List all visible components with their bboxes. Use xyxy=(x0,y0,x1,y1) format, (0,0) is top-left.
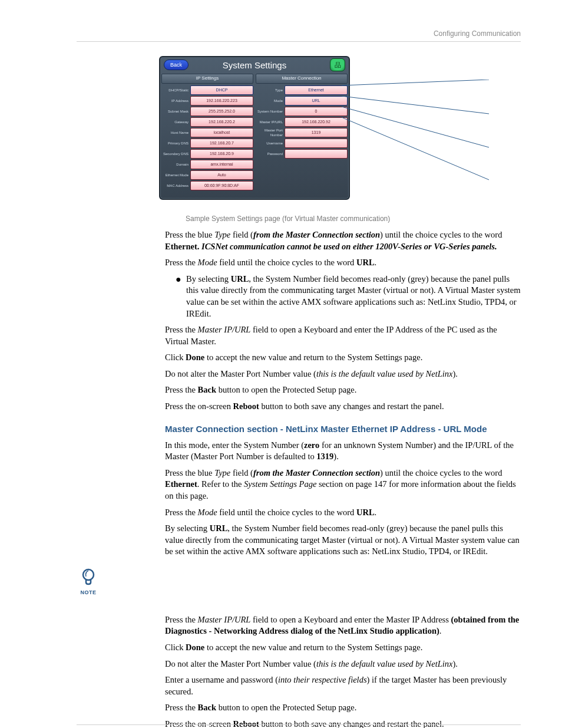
para-reboot: Press the on-screen Reboot button to bot… xyxy=(165,401,521,413)
ip-row-value[interactable]: amx.internal xyxy=(190,160,253,169)
para-type-ethernet: Press the blue Type field (from the Mast… xyxy=(165,229,521,252)
master-connection-header: Master Connection xyxy=(256,74,348,84)
ip-row: Host Namelocalhost xyxy=(161,128,253,137)
ip-row-label: Subnet Mask xyxy=(161,109,190,114)
para-mode-intro: In this mode, enter the System Number (z… xyxy=(165,440,521,463)
mc-row-value[interactable]: 0 xyxy=(285,107,348,116)
mc-row-label: Mode xyxy=(256,98,285,103)
ip-row-label: MAC Address xyxy=(161,183,190,188)
ip-row-value[interactable]: 192.168.20.9 xyxy=(190,149,253,159)
ip-row-label: DHCP/Static xyxy=(161,88,190,93)
svg-line-0 xyxy=(342,80,489,85)
note-icon: NOTE xyxy=(77,568,100,595)
ip-row-value[interactable]: 192.168.220.223 xyxy=(190,96,253,106)
mc-row-label: Type xyxy=(256,88,285,93)
header-rule xyxy=(77,41,521,42)
mc-row: TypeEthernet xyxy=(256,85,348,95)
network-icon[interactable]: 品 xyxy=(330,58,345,71)
mc-row-label: Master Port Number xyxy=(256,128,285,137)
svg-line-1 xyxy=(342,96,489,114)
para-port: Do not alter the Master Port Number valu… xyxy=(165,368,521,380)
svg-line-2 xyxy=(342,107,489,147)
ip-row-value[interactable]: localhost xyxy=(190,128,253,137)
para-back-2: Press the Back button to open the Protec… xyxy=(165,702,521,714)
para-credentials: Enter a username and password (into thei… xyxy=(165,674,521,697)
system-settings-panel: Back System Settings 品 IP Settings DHCP/… xyxy=(159,56,350,200)
ip-row: MAC Address00:60:9F:90:8D:AF xyxy=(161,181,253,190)
ip-row: Domainamx.internal xyxy=(161,160,253,169)
ip-row-label: Domain xyxy=(161,162,190,167)
ip-row-value[interactable]: DHCP xyxy=(190,85,253,95)
ip-row-value[interactable]: Auto xyxy=(190,170,253,180)
running-header: Configuring Communication xyxy=(77,29,521,38)
ip-row: Primary DNS192.168.20.7 xyxy=(161,139,253,148)
panel-title: System Settings xyxy=(160,60,349,71)
ip-row-label: IP Address xyxy=(161,98,190,103)
mc-row: ModeURL xyxy=(256,96,348,106)
mc-row-label: Password xyxy=(256,151,285,156)
ip-row-value[interactable]: 192.168.220.2 xyxy=(190,117,253,127)
ip-row-value[interactable]: 192.168.20.7 xyxy=(190,139,253,148)
ip-row: Gateway192.168.220.2 xyxy=(161,117,253,127)
page-footer: VG-Series Modero Touch Panels 103 xyxy=(77,724,521,728)
mc-row-value[interactable] xyxy=(285,149,348,159)
figure-caption: Sample System Settings page (for Virtual… xyxy=(186,214,521,223)
mc-row-value[interactable]: 192.168.220.92 xyxy=(285,117,348,127)
para-mode-url-2: Press the Mode field until the choice cy… xyxy=(165,507,521,519)
ip-settings-header: IP Settings xyxy=(161,74,253,84)
mc-row: Password xyxy=(256,149,348,159)
para-done-2: Click Done to accept the new value and r… xyxy=(165,642,521,654)
para-port-2: Do not alter the Master Port Number valu… xyxy=(165,658,521,670)
mc-row-label: System Number xyxy=(256,109,285,114)
mc-row: Username xyxy=(256,139,348,148)
para-done: Click Done to accept the new value and r… xyxy=(165,352,521,364)
master-connection-column: Master Connection TypeEthernetModeURLSys… xyxy=(254,74,349,196)
note-label: NOTE xyxy=(77,589,100,595)
mc-row-value[interactable] xyxy=(285,139,348,148)
para-url-readonly-2: By selecting URL, the System Number fiel… xyxy=(165,523,521,558)
ip-row: Ethernet ModeAuto xyxy=(161,170,253,180)
mc-row: Master Port Number1319 xyxy=(256,128,348,137)
ip-row: Subnet Mask255.255.252.0 xyxy=(161,107,253,116)
ip-row-label: Secondary DNS xyxy=(161,151,190,156)
ip-row: DHCP/StaticDHCP xyxy=(161,85,253,95)
para-master-ip-2: Press the Master IP/URL field to open a … xyxy=(165,614,521,637)
mc-row-label: Master IP/URL xyxy=(256,120,285,124)
bullet-url-readonly: ● By selecting URL, the System Number fi… xyxy=(176,274,521,319)
mc-row-value[interactable]: URL xyxy=(285,96,348,106)
mc-row: Master IP/URL192.168.220.92 xyxy=(256,117,348,127)
ip-row-value[interactable]: 00:60:9F:90:8D:AF xyxy=(190,181,253,190)
ip-row-label: Gateway xyxy=(161,120,190,124)
ip-row-label: Primary DNS xyxy=(161,141,190,146)
para-mode-url: Press the Mode field until the choice cy… xyxy=(165,257,521,269)
mc-row-label: Username xyxy=(256,141,285,146)
ip-row-label: Ethernet Mode xyxy=(161,173,190,177)
ip-settings-column: IP Settings DHCP/StaticDHCPIP Address192… xyxy=(160,74,254,196)
mc-row-value[interactable]: Ethernet xyxy=(285,85,348,95)
ip-row-label: Host Name xyxy=(161,130,190,135)
para-type-ethernet-2: Press the blue Type field (from the Mast… xyxy=(165,467,521,502)
para-master-ip: Press the Master IP/URL field to open a … xyxy=(165,324,521,347)
lightbulb-icon xyxy=(81,568,96,586)
para-back: Press the Back button to open the Protec… xyxy=(165,384,521,396)
svg-line-3 xyxy=(342,117,489,180)
mc-row-value[interactable]: 1319 xyxy=(285,128,348,137)
ip-row-value[interactable]: 255.255.252.0 xyxy=(190,107,253,116)
ip-row: IP Address192.168.220.223 xyxy=(161,96,253,106)
system-settings-figure: Back System Settings 品 IP Settings DHCP/… xyxy=(159,56,489,209)
mc-row: System Number0 xyxy=(256,107,348,116)
ip-row: Secondary DNS192.168.20.9 xyxy=(161,149,253,159)
section-heading-url-mode: Master Connection section - NetLinx Mast… xyxy=(165,423,521,435)
